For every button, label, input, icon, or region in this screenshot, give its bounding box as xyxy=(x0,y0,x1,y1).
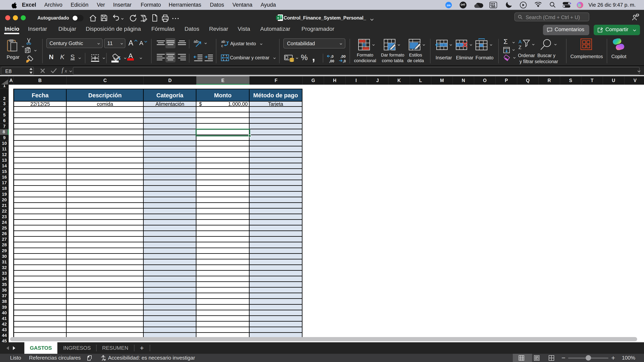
svg-text:ab: ab xyxy=(221,40,225,44)
svg-text:ab: ab xyxy=(194,39,198,44)
svg-text:,00: ,00 xyxy=(340,54,346,58)
svg-text:,0: ,0 xyxy=(330,54,334,58)
svg-text:zm: zm xyxy=(446,3,450,7)
svg-text:x: x xyxy=(277,16,279,19)
svg-text:c: c xyxy=(221,44,223,48)
svg-text:,0: ,0 xyxy=(343,59,346,63)
svg-text:,00: ,00 xyxy=(329,59,334,63)
svg-text:Z: Z xyxy=(518,45,522,50)
svg-text:A: A xyxy=(518,39,522,44)
